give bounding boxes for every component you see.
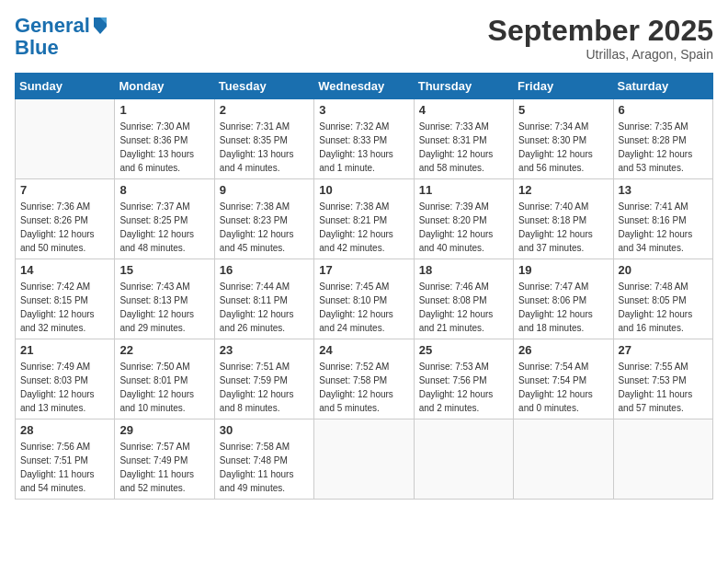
calendar-cell: 29Sunrise: 7:57 AMSunset: 7:49 PMDayligh… [115,419,214,500]
day-info: Sunrise: 7:44 AMSunset: 8:11 PMDaylight:… [220,280,309,335]
day-number: 16 [220,263,309,277]
day-number: 14 [20,263,109,277]
day-number: 11 [419,183,508,197]
day-number: 25 [419,343,508,357]
calendar-cell: 15Sunrise: 7:43 AMSunset: 8:13 PMDayligh… [115,259,214,339]
day-info: Sunrise: 7:39 AMSunset: 8:20 PMDaylight:… [419,200,508,255]
day-info: Sunrise: 7:48 AMSunset: 8:05 PMDaylight:… [619,280,708,335]
day-info: Sunrise: 7:41 AMSunset: 8:16 PMDaylight:… [619,200,708,255]
day-number: 23 [220,343,309,357]
calendar-cell: 21Sunrise: 7:49 AMSunset: 8:03 PMDayligh… [16,339,115,419]
day-info: Sunrise: 7:50 AMSunset: 8:01 PMDaylight:… [119,360,209,415]
day-info: Sunrise: 7:38 AMSunset: 8:21 PMDaylight:… [319,200,408,255]
calendar-cell: 19Sunrise: 7:47 AMSunset: 8:06 PMDayligh… [514,259,613,339]
day-info: Sunrise: 7:49 AMSunset: 8:03 PMDaylight:… [20,360,109,415]
day-info: Sunrise: 7:43 AMSunset: 8:13 PMDaylight:… [119,280,209,335]
weekday-header: Monday [115,74,214,99]
day-number: 28 [20,423,109,437]
day-info: Sunrise: 7:52 AMSunset: 7:58 PMDaylight:… [319,360,408,415]
calendar-cell: 23Sunrise: 7:51 AMSunset: 7:59 PMDayligh… [214,339,313,419]
day-info: Sunrise: 7:56 AMSunset: 7:51 PMDaylight:… [20,440,109,495]
day-number: 12 [518,183,608,197]
day-number: 27 [619,343,708,357]
day-number: 8 [119,183,209,197]
calendar-cell: 11Sunrise: 7:39 AMSunset: 8:20 PMDayligh… [414,179,513,259]
day-info: Sunrise: 7:46 AMSunset: 8:08 PMDaylight:… [419,280,508,335]
day-number: 7 [20,183,109,197]
day-number: 20 [619,263,708,277]
day-info: Sunrise: 7:38 AMSunset: 8:23 PMDaylight:… [220,200,309,255]
calendar-cell: 3Sunrise: 7:32 AMSunset: 8:33 PMDaylight… [314,99,414,179]
calendar-cell [414,419,513,500]
month-title: September 2025 [488,15,713,47]
calendar-cell: 2Sunrise: 7:31 AMSunset: 8:35 PMDaylight… [214,99,313,179]
weekday-header: Tuesday [214,74,313,99]
day-info: Sunrise: 7:45 AMSunset: 8:10 PMDaylight:… [319,280,408,335]
calendar-week-row: 7Sunrise: 7:36 AMSunset: 8:26 PMDaylight… [16,179,713,259]
logo: General Blue [15,15,108,59]
day-info: Sunrise: 7:30 AMSunset: 8:36 PMDaylight:… [119,120,209,175]
calendar-cell: 14Sunrise: 7:42 AMSunset: 8:15 PMDayligh… [16,259,115,339]
calendar-cell: 1Sunrise: 7:30 AMSunset: 8:36 PMDaylight… [115,99,214,179]
calendar-week-row: 28Sunrise: 7:56 AMSunset: 7:51 PMDayligh… [16,419,713,500]
day-number: 4 [419,103,508,117]
calendar-cell: 18Sunrise: 7:46 AMSunset: 8:08 PMDayligh… [414,259,513,339]
location: Utrillas, Aragon, Spain [488,47,713,62]
day-number: 13 [619,183,708,197]
calendar-cell: 25Sunrise: 7:53 AMSunset: 7:56 PMDayligh… [414,339,513,419]
logo-text-general: General [15,15,90,37]
calendar-table: SundayMondayTuesdayWednesdayThursdayFrid… [15,73,713,500]
day-number: 5 [518,103,608,117]
calendar-cell: 4Sunrise: 7:33 AMSunset: 8:31 PMDaylight… [414,99,513,179]
calendar-cell: 20Sunrise: 7:48 AMSunset: 8:05 PMDayligh… [613,259,712,339]
day-number: 21 [20,343,109,357]
day-number: 3 [319,103,408,117]
day-number: 2 [220,103,309,117]
calendar-cell: 12Sunrise: 7:40 AMSunset: 8:18 PMDayligh… [514,179,613,259]
day-number: 24 [319,343,408,357]
day-number: 9 [220,183,309,197]
day-number: 6 [619,103,708,117]
calendar-cell: 26Sunrise: 7:54 AMSunset: 7:54 PMDayligh… [514,339,613,419]
day-number: 17 [319,263,408,277]
day-number: 19 [518,263,608,277]
calendar-cell: 28Sunrise: 7:56 AMSunset: 7:51 PMDayligh… [16,419,115,500]
day-number: 10 [319,183,408,197]
day-info: Sunrise: 7:36 AMSunset: 8:26 PMDaylight:… [20,200,109,255]
calendar-header-row: SundayMondayTuesdayWednesdayThursdayFrid… [16,74,713,99]
weekday-header: Friday [514,74,613,99]
calendar-cell: 22Sunrise: 7:50 AMSunset: 8:01 PMDayligh… [115,339,214,419]
calendar-cell: 9Sunrise: 7:38 AMSunset: 8:23 PMDaylight… [214,179,313,259]
day-info: Sunrise: 7:34 AMSunset: 8:30 PMDaylight:… [518,120,608,175]
calendar-cell: 16Sunrise: 7:44 AMSunset: 8:11 PMDayligh… [214,259,313,339]
day-number: 26 [518,343,608,357]
day-info: Sunrise: 7:35 AMSunset: 8:28 PMDaylight:… [619,120,708,175]
weekday-header: Sunday [16,74,115,99]
day-info: Sunrise: 7:37 AMSunset: 8:25 PMDaylight:… [119,200,209,255]
page-header: General Blue September 2025 Utrillas, Ar… [15,15,713,62]
day-number: 18 [419,263,508,277]
day-info: Sunrise: 7:57 AMSunset: 7:49 PMDaylight:… [119,440,209,495]
calendar-cell: 6Sunrise: 7:35 AMSunset: 8:28 PMDaylight… [613,99,712,179]
calendar-cell: 24Sunrise: 7:52 AMSunset: 7:58 PMDayligh… [314,339,414,419]
logo-icon [92,16,108,36]
title-block: September 2025 Utrillas, Aragon, Spain [488,15,713,62]
day-info: Sunrise: 7:54 AMSunset: 7:54 PMDaylight:… [518,360,608,415]
day-info: Sunrise: 7:51 AMSunset: 7:59 PMDaylight:… [220,360,309,415]
day-info: Sunrise: 7:31 AMSunset: 8:35 PMDaylight:… [220,120,309,175]
day-info: Sunrise: 7:58 AMSunset: 7:48 PMDaylight:… [220,440,309,495]
day-info: Sunrise: 7:40 AMSunset: 8:18 PMDaylight:… [518,200,608,255]
calendar-cell: 13Sunrise: 7:41 AMSunset: 8:16 PMDayligh… [613,179,712,259]
calendar-cell: 7Sunrise: 7:36 AMSunset: 8:26 PMDaylight… [16,179,115,259]
calendar-week-row: 14Sunrise: 7:42 AMSunset: 8:15 PMDayligh… [16,259,713,339]
day-info: Sunrise: 7:32 AMSunset: 8:33 PMDaylight:… [319,120,408,175]
day-number: 30 [220,423,309,437]
calendar-cell [16,99,115,179]
calendar-cell: 27Sunrise: 7:55 AMSunset: 7:53 PMDayligh… [613,339,712,419]
day-number: 29 [119,423,209,437]
calendar-cell: 30Sunrise: 7:58 AMSunset: 7:48 PMDayligh… [214,419,313,500]
calendar-cell [314,419,414,500]
day-number: 1 [119,103,209,117]
calendar-cell: 17Sunrise: 7:45 AMSunset: 8:10 PMDayligh… [314,259,414,339]
calendar-cell [514,419,613,500]
